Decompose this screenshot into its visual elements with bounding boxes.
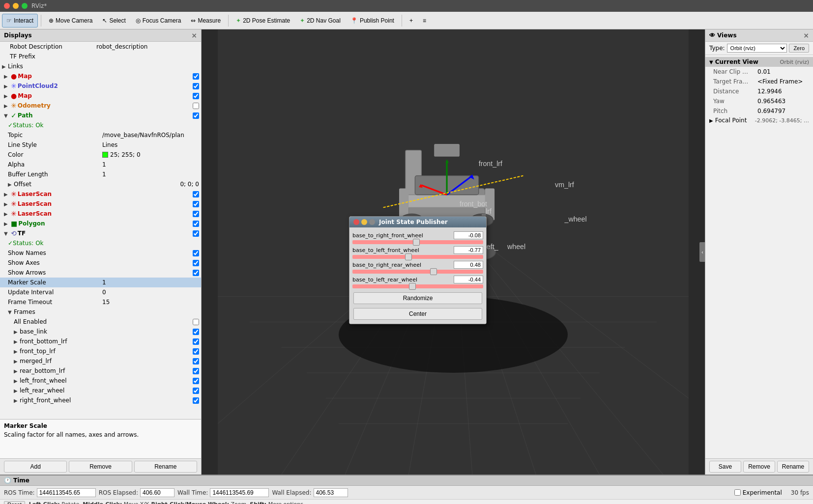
display-polygon[interactable]: ▶ ■ Polygon — [0, 219, 201, 228]
display-map1[interactable]: ▶ ● Map — [0, 71, 201, 81]
display-tf-prefix[interactable]: TF Prefix — [0, 52, 201, 61]
rename-display-button[interactable]: Rename — [134, 461, 197, 473]
expand-arrow-fbl[interactable]: ▶ — [14, 339, 20, 344]
viewport-expand-button[interactable]: ‹ — [699, 242, 705, 262]
display-tf[interactable]: ▼ ⟲ TF — [0, 228, 201, 238]
reset-button[interactable]: Reset — [4, 501, 25, 504]
expand-arrow-rbl[interactable]: ▶ — [14, 368, 20, 374]
expand-arrow-polygon[interactable]: ▶ — [4, 221, 10, 226]
display-frames[interactable]: ▼ Frames — [0, 307, 201, 317]
display-pointcloud2[interactable]: ▶ ✳ PointCloud2 — [0, 81, 201, 91]
base-link-checkbox[interactable] — [193, 329, 199, 335]
jsp-joint-4-thumb[interactable] — [409, 283, 416, 290]
display-show-names[interactable]: Show Names — [0, 248, 201, 258]
focal-point-row[interactable]: ▶ Focal Point -2.9062; -3.8465; … — [705, 116, 813, 125]
views-remove-button[interactable]: Remove — [743, 461, 775, 473]
display-odometry[interactable]: ▶ ✳ Odometry — [0, 101, 201, 111]
tf-checkbox[interactable] — [193, 230, 199, 237]
color-swatch[interactable] — [102, 152, 108, 158]
jsp-joint-1-thumb[interactable] — [413, 239, 420, 246]
display-marker-scale[interactable]: Marker Scale 1 — [0, 278, 201, 287]
views-rename-button[interactable]: Rename — [777, 461, 809, 473]
map2-checkbox[interactable] — [193, 93, 199, 99]
jsp-joint-4-track[interactable] — [352, 284, 483, 288]
jsp-maximize-button[interactable] — [369, 219, 375, 225]
display-buffer-length[interactable]: Buffer Length 1 — [0, 169, 201, 179]
polygon-checkbox[interactable] — [193, 221, 199, 227]
cv-expand-arrow[interactable]: ▼ — [709, 59, 713, 65]
map1-checkbox[interactable] — [193, 73, 199, 80]
display-frame-timeout[interactable]: Frame Timeout 15 — [0, 297, 201, 307]
views-zero-button[interactable]: Zero — [789, 44, 809, 53]
jsp-randomize-button[interactable]: Randomize — [353, 292, 482, 304]
expand-arrow-ls3[interactable]: ▶ — [4, 211, 10, 217]
display-show-arrows[interactable]: Show Arrows — [0, 268, 201, 278]
wall-elapsed-field[interactable] — [314, 488, 348, 497]
jsp-joint-3-value[interactable] — [454, 261, 483, 269]
show-names-checkbox[interactable] — [193, 250, 199, 256]
expand-arrow-lfw[interactable]: ▶ — [14, 378, 20, 384]
rbl-checkbox[interactable] — [193, 368, 199, 374]
display-rear-bottom-lrf[interactable]: ▶ rear_bottom_lrf — [0, 366, 201, 376]
ls2-checkbox[interactable] — [193, 201, 199, 207]
views-panel-close[interactable]: × — [803, 31, 809, 39]
ls1-checkbox[interactable] — [193, 191, 199, 197]
select-button[interactable]: ↖ Select — [98, 14, 130, 28]
display-all-enabled[interactable]: All Enabled — [0, 317, 201, 327]
experimental-checkbox[interactable] — [734, 489, 741, 496]
ml-checkbox[interactable] — [193, 358, 199, 364]
expand-arrow-ml[interactable]: ▶ — [14, 359, 20, 364]
minimize-button[interactable] — [13, 3, 19, 9]
display-laserscan2[interactable]: ▶ ✳ LaserScan — [0, 199, 201, 209]
jsp-minimize-button[interactable] — [361, 219, 367, 225]
focal-point-expand-arrow[interactable]: ▶ — [709, 118, 713, 123]
ros-time-field[interactable] — [37, 488, 96, 497]
fbl-checkbox[interactable] — [193, 338, 199, 345]
expand-arrow-odometry[interactable]: ▶ — [4, 103, 10, 109]
display-front-top-lrf[interactable]: ▶ front_top_lrf — [0, 346, 201, 356]
display-topic[interactable]: Topic /move_base/NavfnROS/plan — [0, 130, 201, 140]
move-camera-button[interactable]: ⊕ Move Camera — [44, 14, 97, 28]
path-checkbox[interactable] — [193, 112, 199, 119]
expand-arrow-path[interactable]: ▼ — [4, 113, 10, 118]
all-enabled-checkbox[interactable] — [193, 319, 199, 325]
window-controls[interactable] — [4, 3, 28, 9]
jsp-joint-2-thumb[interactable] — [405, 253, 412, 260]
display-right-front-wheel[interactable]: ▶ right_front_wheel — [0, 395, 201, 405]
display-merged-lrf[interactable]: ▶ merged_lrf — [0, 356, 201, 366]
display-left-front-wheel[interactable]: ▶ left_front_wheel — [0, 376, 201, 386]
display-alpha[interactable]: Alpha 1 — [0, 160, 201, 169]
expand-arrow-map2[interactable]: ▶ — [4, 93, 10, 99]
display-robot-description[interactable]: Robot Description robot_description — [0, 42, 201, 52]
display-laserscan3[interactable]: ▶ ✳ LaserScan — [0, 209, 201, 219]
jsp-window-controls[interactable] — [353, 219, 375, 225]
ros-elapsed-field[interactable] — [140, 488, 174, 497]
jsp-joint-4-value[interactable] — [454, 276, 483, 283]
display-path[interactable]: ▼ ✓ Path — [0, 111, 201, 120]
measure-button[interactable]: ⇔ Measure — [186, 14, 225, 28]
display-links[interactable]: ▶ Links — [0, 61, 201, 71]
jsp-joint-1-value[interactable] — [454, 231, 483, 239]
display-front-bottom-lrf[interactable]: ▶ front_bottom_lrf — [0, 336, 201, 346]
display-update-interval[interactable]: Update Interval 0 — [0, 287, 201, 297]
focus-camera-button[interactable]: ◎ Focus Camera — [131, 14, 186, 28]
display-map2[interactable]: ▶ ● Map — [0, 91, 201, 101]
views-type-select[interactable]: Orbit (rviz) — [727, 44, 787, 53]
jsp-joint-1-track[interactable] — [352, 240, 483, 244]
displays-list[interactable]: Robot Description robot_description TF P… — [0, 42, 201, 419]
views-save-button[interactable]: Save — [709, 461, 741, 473]
expand-arrow-lrw[interactable]: ▶ — [14, 388, 20, 393]
jsp-center-button[interactable]: Center — [353, 308, 482, 320]
expand-arrow-rfw[interactable]: ▶ — [14, 398, 20, 403]
expand-arrow-offset[interactable]: ▶ — [8, 182, 14, 187]
display-left-rear-wheel[interactable]: ▶ left_rear_wheel — [0, 386, 201, 395]
jsp-joint-3-track[interactable] — [352, 270, 483, 274]
expand-arrow-map1[interactable]: ▶ — [4, 74, 10, 79]
expand-arrow-ls1[interactable]: ▶ — [4, 192, 10, 197]
jsp-joint-2-value[interactable] — [454, 246, 483, 254]
ftl-checkbox[interactable] — [193, 348, 199, 355]
display-base-link[interactable]: ▶ base_link — [0, 327, 201, 336]
lfw-checkbox[interactable] — [193, 378, 199, 384]
displays-panel-close[interactable]: × — [191, 31, 197, 39]
ls3-checkbox[interactable] — [193, 211, 199, 217]
